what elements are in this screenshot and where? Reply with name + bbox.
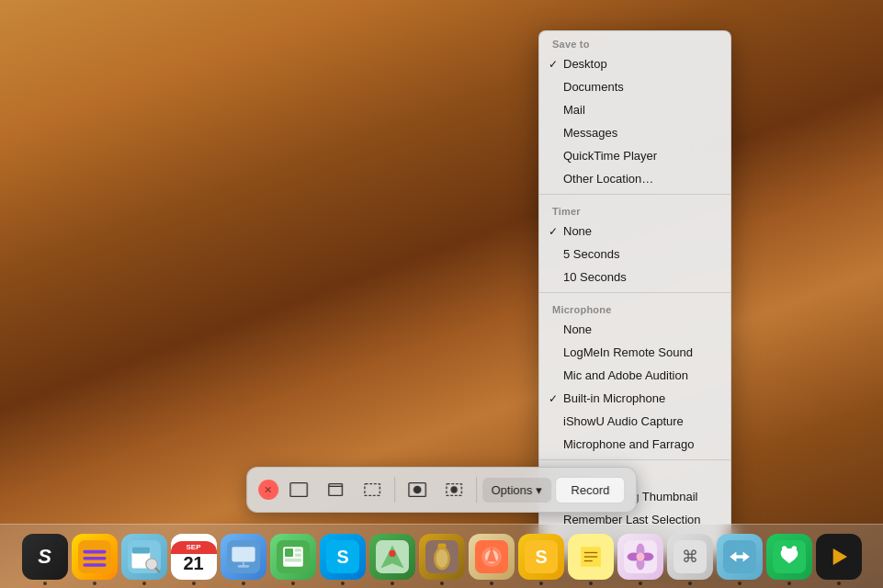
svg-text:⌘: ⌘ [682, 548, 698, 566]
record-selection-button[interactable] [437, 473, 470, 506]
dock-app-slides[interactable]: S [518, 534, 564, 580]
dock-app-scrivener[interactable]: S [22, 534, 68, 580]
menu-item-mic-farrago[interactable]: Microphone and Farrago [539, 433, 730, 456]
dock-app-flower[interactable] [617, 534, 663, 580]
dock-app-stickies[interactable] [568, 534, 614, 580]
options-button[interactable]: Options ▾ [482, 478, 552, 503]
dock-app-skype[interactable]: S [320, 534, 366, 580]
dock-app-bottle[interactable] [419, 534, 465, 580]
dock-app-plex[interactable] [816, 534, 862, 580]
svg-point-58 [791, 546, 796, 550]
svg-rect-9 [83, 549, 106, 553]
svg-rect-3 [364, 484, 379, 496]
svg-rect-10 [83, 557, 106, 560]
record-fullscreen-button[interactable] [401, 473, 434, 506]
svg-rect-25 [294, 553, 300, 557]
menu-item-timer-5s[interactable]: 5 Seconds [539, 243, 730, 266]
divider-3 [539, 459, 730, 460]
menu-item-mic-adobe[interactable]: Mic and Adobe Audition [539, 364, 730, 387]
capture-fullscreen-button[interactable] [282, 473, 315, 506]
svg-point-7 [450, 486, 457, 492]
svg-rect-18 [232, 547, 255, 561]
menu-item-quicktime[interactable]: QuickTime Player [539, 144, 730, 167]
svg-point-32 [389, 549, 395, 556]
svg-point-57 [781, 546, 786, 550]
dock-app-keynote[interactable] [221, 534, 266, 580]
svg-point-5 [413, 486, 420, 492]
dock-app-preview[interactable] [121, 534, 167, 580]
menu-item-mic-builtin[interactable]: Built-in Microphone [539, 387, 730, 410]
menu-item-timer-none[interactable]: None [539, 220, 730, 243]
menu-item-timer-10s[interactable]: 10 Seconds [539, 266, 730, 288]
svg-point-52 [636, 552, 644, 560]
close-button[interactable]: ✕ [258, 480, 278, 500]
options-label: Options [492, 483, 533, 497]
screen-recording-toolbar: ✕ Options ▾ [246, 467, 638, 513]
svg-point-36 [436, 548, 447, 567]
svg-rect-14 [131, 547, 150, 553]
capture-selection-button[interactable] [356, 473, 389, 506]
menu-item-mic-ishowu[interactable]: iShowU Audio Capture [539, 410, 730, 433]
svg-text:S: S [336, 547, 348, 567]
capture-window-button[interactable] [319, 473, 352, 506]
menu-item-mic-logmein[interactable]: LogMeIn Remote Sound [539, 341, 730, 364]
dock-app-maps[interactable] [369, 534, 415, 580]
menu-item-messages[interactable]: Messages [539, 121, 730, 144]
svg-rect-11 [83, 563, 106, 567]
dock-app-pixelmator[interactable] [469, 534, 515, 580]
svg-rect-1 [328, 484, 342, 496]
svg-text:S: S [535, 547, 547, 567]
dock-app-calendar[interactable]: SEP 21 [171, 534, 217, 580]
toolbar-divider-1 [394, 477, 395, 503]
record-button[interactable]: Record [555, 477, 625, 503]
toolbar-divider-2 [476, 477, 477, 503]
svg-rect-26 [285, 558, 301, 561]
dock-app-ohmy[interactable] [72, 534, 118, 580]
timer-section-label: Timer [539, 198, 730, 220]
chevron-down-icon: ▾ [536, 483, 542, 497]
menu-item-documents[interactable]: Documents [539, 75, 730, 98]
dock-app-migration[interactable] [717, 534, 763, 580]
dock: S SEP 21 [0, 524, 883, 588]
svg-rect-20 [237, 565, 249, 568]
dock-app-numbers[interactable] [270, 534, 316, 580]
record-label: Record [571, 483, 609, 497]
svg-rect-24 [294, 548, 300, 552]
microphone-section-label: Microphone [539, 297, 730, 318]
menu-item-mail[interactable]: Mail [539, 98, 730, 121]
divider-2 [539, 292, 730, 293]
menu-item-mic-none[interactable]: None [539, 318, 730, 341]
svg-rect-0 [289, 483, 306, 497]
svg-rect-23 [285, 548, 293, 557]
menu-item-desktop[interactable]: Desktop [539, 52, 730, 75]
divider-1 [539, 194, 730, 195]
dock-app-paw[interactable] [766, 534, 812, 580]
menu-item-other-location[interactable]: Other Location… [539, 167, 730, 190]
save-to-section-label: Save to [539, 31, 730, 52]
dock-app-keyboard-maestro[interactable]: ⌘ [667, 534, 713, 580]
